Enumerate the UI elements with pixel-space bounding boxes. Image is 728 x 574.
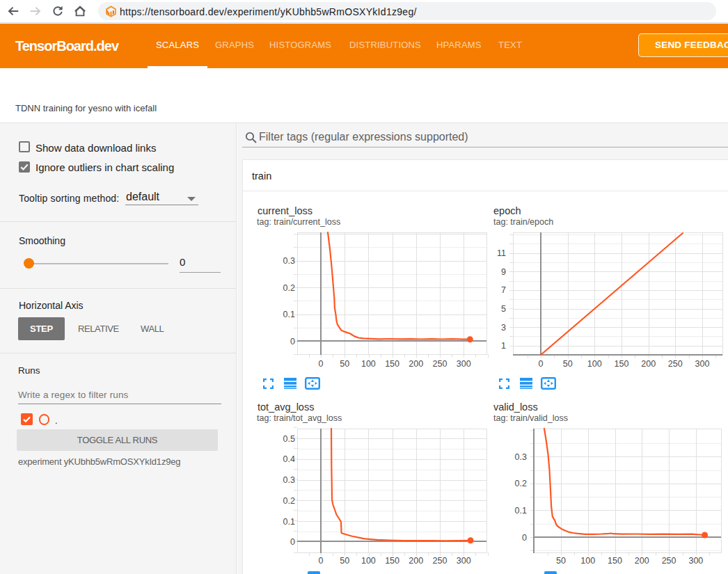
svg-text:200: 200 — [635, 556, 649, 566]
svg-text:50: 50 — [340, 556, 349, 566]
svg-text:250: 250 — [668, 359, 683, 369]
svg-text:250: 250 — [433, 359, 448, 369]
svg-text:50: 50 — [340, 359, 349, 369]
svg-text:100: 100 — [361, 556, 376, 566]
svg-text:0: 0 — [290, 537, 295, 547]
svg-text:0.2: 0.2 — [283, 496, 295, 506]
svg-text:300: 300 — [695, 359, 710, 369]
svg-text:250: 250 — [433, 556, 448, 566]
svg-text:9: 9 — [501, 267, 506, 277]
svg-text:0: 0 — [319, 359, 324, 369]
svg-text:0.2: 0.2 — [283, 283, 295, 293]
svg-text:50: 50 — [556, 556, 566, 566]
svg-text:50: 50 — [563, 359, 573, 369]
svg-text:150: 150 — [615, 359, 629, 369]
svg-text:300: 300 — [688, 556, 703, 566]
svg-text:300: 300 — [457, 359, 471, 369]
svg-text:0.3: 0.3 — [515, 452, 527, 462]
svg-text:200: 200 — [409, 359, 423, 369]
svg-text:150: 150 — [608, 556, 622, 566]
svg-text:200: 200 — [641, 359, 656, 369]
svg-text:0: 0 — [290, 337, 295, 346]
svg-text:100: 100 — [580, 556, 595, 566]
svg-text:0.2: 0.2 — [515, 479, 527, 488]
svg-text:0.1: 0.1 — [515, 506, 527, 516]
svg-text:1: 1 — [501, 341, 506, 351]
svg-text:0: 0 — [539, 359, 544, 369]
svg-text:0.5: 0.5 — [283, 434, 295, 444]
svg-text:150: 150 — [385, 556, 399, 566]
svg-text:0: 0 — [522, 533, 527, 543]
svg-text:300: 300 — [457, 556, 471, 566]
svg-text:0.4: 0.4 — [283, 454, 295, 464]
svg-text:100: 100 — [587, 359, 602, 369]
svg-text:11: 11 — [497, 248, 506, 258]
svg-text:7: 7 — [501, 285, 506, 295]
svg-text:100: 100 — [361, 359, 376, 369]
svg-text:0.1: 0.1 — [283, 517, 295, 527]
svg-text:0.3: 0.3 — [283, 256, 295, 266]
svg-text:3: 3 — [501, 323, 506, 333]
svg-text:5: 5 — [501, 304, 506, 314]
svg-text:250: 250 — [662, 556, 676, 566]
svg-text:200: 200 — [409, 556, 423, 566]
svg-text:150: 150 — [385, 359, 399, 369]
svg-text:0.1: 0.1 — [283, 310, 295, 319]
svg-text:0.3: 0.3 — [283, 475, 295, 485]
svg-text:0: 0 — [319, 556, 324, 566]
